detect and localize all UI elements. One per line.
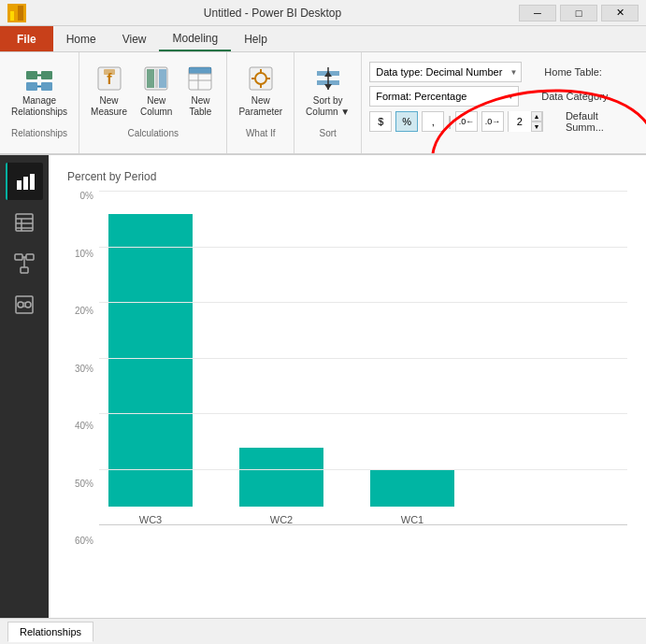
- currency-btn[interactable]: $: [369, 111, 392, 132]
- new-measure-icon: f: [94, 64, 124, 93]
- y-label-60: 60%: [75, 536, 93, 546]
- new-table-label: NewTable: [189, 95, 211, 118]
- svg-rect-11: [104, 69, 115, 75]
- percent-btn[interactable]: %: [395, 111, 418, 132]
- relationships-bar: Relationships: [0, 618, 646, 644]
- new-parameter-label: NewParameter: [238, 95, 282, 118]
- new-parameter-btn[interactable]: NewParameter: [233, 60, 288, 122]
- svg-rect-6: [26, 82, 37, 91]
- menu-bar: File Home View Modeling Help: [0, 26, 646, 52]
- sort-by-column-label: Sort byColumn ▼: [306, 95, 350, 118]
- chart-area: Percent by Period 60% 50% 40% 30% 20% 10…: [49, 155, 646, 618]
- svg-rect-3: [26, 71, 37, 79]
- sidebar-data-view[interactable]: [6, 204, 43, 241]
- data-category-label: Data Category: [541, 91, 608, 102]
- bar-wc3-fill: [108, 214, 193, 507]
- decimal-value[interactable]: 2: [509, 111, 531, 132]
- ribbon-group-calculations: f NewMeasure NewColumn: [79, 52, 227, 153]
- x-axis-line: [99, 524, 627, 525]
- svg-rect-15: [159, 69, 166, 88]
- close-btn[interactable]: ✕: [601, 5, 639, 21]
- bar-wc2[interactable]: WC2: [239, 448, 323, 525]
- ribbon-items-whatif: NewParameter: [233, 56, 288, 153]
- window-controls: ─ □ ✕: [519, 5, 639, 21]
- svg-rect-41: [26, 254, 34, 260]
- ribbon-items-calculations: f NewMeasure NewColumn: [85, 56, 221, 153]
- window-title: Untitled - Power BI Desktop: [32, 7, 513, 20]
- manage-relationships-icon: [24, 64, 54, 93]
- new-measure-btn[interactable]: f NewMeasure: [85, 60, 133, 122]
- y-label-0: 0%: [80, 191, 93, 201]
- manage-relationships-btn[interactable]: ManageRelationships: [6, 60, 73, 122]
- table-icon: [14, 212, 35, 233]
- svg-rect-2: [18, 6, 23, 21]
- sort-by-column-icon: [313, 64, 343, 93]
- format-controls: $ % , | .0← .0→ 2 ▲ ▼: [369, 111, 543, 132]
- new-table-btn[interactable]: NewTable: [179, 60, 221, 122]
- maximize-btn[interactable]: □: [560, 5, 597, 21]
- comma-btn[interactable]: ,: [422, 111, 444, 132]
- new-column-label: NewColumn: [140, 95, 172, 118]
- sidebar-report-view[interactable]: [6, 163, 43, 200]
- y-label-30: 30%: [75, 364, 93, 374]
- chart-title: Percent by Period: [67, 170, 627, 183]
- default-summary-label: Default Summ...: [566, 110, 639, 133]
- decimal-input-group: 2 ▲ ▼: [508, 111, 543, 132]
- sort-by-column-btn[interactable]: Sort byColumn ▼: [300, 60, 355, 122]
- sidebar-model-view[interactable]: [6, 245, 43, 282]
- svg-rect-34: [30, 174, 35, 190]
- title-bar: Untitled - Power BI Desktop ─ □ ✕: [0, 0, 646, 26]
- minimize-btn[interactable]: ─: [519, 5, 556, 21]
- bars-container: WC3 WC2 WC1: [99, 191, 627, 546]
- bar-wc1-fill: [370, 469, 454, 507]
- app-icon: [7, 4, 26, 22]
- whatif-group-label: What If: [227, 128, 294, 138]
- model-icon: [14, 253, 35, 274]
- menu-modeling[interactable]: Modeling: [159, 26, 231, 51]
- svg-rect-13: [147, 69, 154, 88]
- svg-rect-33: [23, 177, 28, 190]
- y-label-40: 40%: [75, 421, 93, 431]
- new-column-icon: [141, 64, 171, 93]
- decrease-decimal-btn[interactable]: .0←: [455, 111, 478, 132]
- chart-bar-icon: [15, 171, 36, 192]
- format-label: Format: Percentage: [376, 91, 467, 102]
- manage-relationships-label: ManageRelationships: [11, 95, 67, 118]
- calculations-group-label: Calculations: [79, 128, 226, 138]
- format-row: Format: Percentage Data Category: [369, 86, 639, 107]
- new-parameter-icon: [246, 64, 276, 93]
- relationships-group-label: Relationships: [0, 128, 79, 138]
- ribbon-group-relationships: ManageRelationships Relationships: [0, 52, 79, 153]
- data-type-label: Data type: Decimal Number: [376, 66, 502, 78]
- ribbon: ManageRelationships Relationships f NewM…: [0, 52, 646, 155]
- ribbon-group-sort: Sort byColumn ▼ Sort: [294, 52, 362, 153]
- decimal-spin-up[interactable]: ▲: [531, 111, 542, 122]
- menu-home[interactable]: Home: [53, 26, 109, 51]
- menu-help[interactable]: Help: [231, 26, 280, 51]
- data-type-dropdown[interactable]: Data type: Decimal Number: [369, 62, 522, 82]
- sidebar-dax-query[interactable]: [6, 286, 43, 323]
- menu-file[interactable]: File: [0, 26, 53, 51]
- decimal-spin-down[interactable]: ▼: [531, 122, 542, 132]
- svg-marker-31: [324, 84, 332, 90]
- format-buttons-row: $ % , | .0← .0→ 2 ▲ ▼ Default Summ...: [369, 110, 639, 133]
- ribbon-group-whatif: NewParameter What If: [227, 52, 294, 153]
- relationships-tab[interactable]: Relationships: [7, 622, 93, 642]
- bars-area: WC3 WC2 WC1: [99, 191, 627, 546]
- svg-point-46: [18, 302, 23, 308]
- bar-wc1[interactable]: WC1: [370, 469, 454, 525]
- svg-rect-40: [15, 254, 22, 260]
- ribbon-right-section: Data type: Decimal Number Home Table: Fo…: [362, 52, 646, 153]
- format-dropdown[interactable]: Format: Percentage: [369, 86, 519, 107]
- y-axis: 60% 50% 40% 30% 20% 10% 0%: [67, 191, 99, 546]
- bar-wc3[interactable]: WC3: [108, 214, 193, 525]
- increase-decimal-btn[interactable]: .0→: [481, 111, 504, 132]
- y-label-10: 10%: [75, 249, 93, 259]
- ribbon-items-sort: Sort byColumn ▼: [300, 56, 355, 153]
- home-table-label: Home Table:: [544, 66, 602, 78]
- new-column-btn[interactable]: NewColumn: [135, 60, 178, 122]
- svg-rect-4: [41, 71, 52, 79]
- ribbon-items-relationships: ManageRelationships: [6, 56, 73, 153]
- svg-rect-7: [41, 82, 52, 91]
- menu-view[interactable]: View: [109, 26, 160, 51]
